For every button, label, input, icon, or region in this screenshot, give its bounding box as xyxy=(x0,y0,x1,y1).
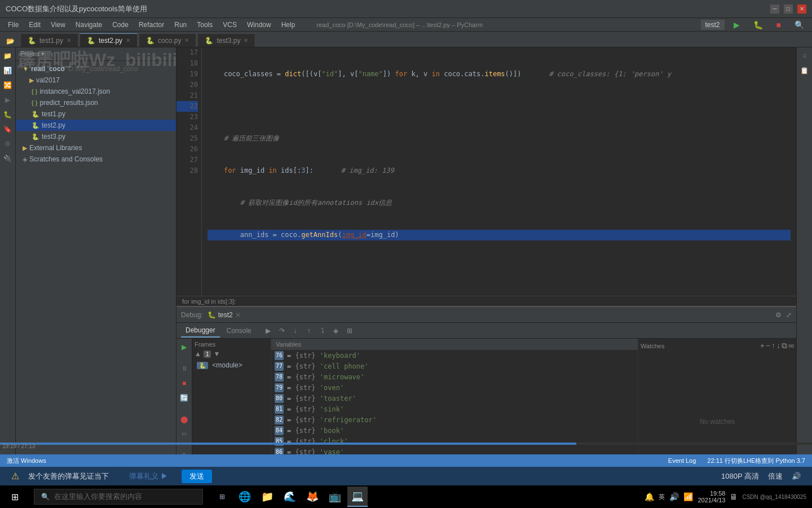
ide-app[interactable]: 💻 xyxy=(347,487,368,507)
send-button[interactable]: 发送 xyxy=(182,470,212,483)
step-out-btn[interactable]: ↑ xyxy=(303,325,315,336)
menu-navigate[interactable]: Navigate xyxy=(71,20,107,30)
var-content: = {str} 'toaster' xyxy=(287,395,356,402)
bookmark-icon[interactable]: 🔖 xyxy=(2,123,14,135)
frame-module-item[interactable]: 🐍 <module> xyxy=(195,360,268,370)
taskview-app[interactable]: ⊞ xyxy=(212,487,232,507)
search-button[interactable]: 🔍 xyxy=(790,19,809,30)
code-line-23 xyxy=(208,262,791,273)
browser3-app[interactable]: 🦊 xyxy=(302,487,323,507)
tab-close[interactable]: ✕ xyxy=(67,37,71,43)
variable-row: 76 = {str} 'keyboard' xyxy=(271,350,638,361)
copy-watch-btn[interactable]: ⧉ xyxy=(782,341,787,351)
tree-test1py[interactable]: 🐍 test1.py xyxy=(16,108,176,120)
edit-debug-icon[interactable]: ✏ xyxy=(178,428,191,440)
tab-close[interactable]: ✕ xyxy=(184,37,189,43)
debug-expand-icon[interactable]: ⤢ xyxy=(786,311,792,319)
menu-help[interactable]: Help xyxy=(277,20,300,30)
menu-edit[interactable]: Edit xyxy=(24,20,45,30)
menu-view[interactable]: View xyxy=(46,20,70,30)
infinity-watch-btn[interactable]: ∞ xyxy=(788,341,794,351)
module-label: <module> xyxy=(212,361,242,369)
debugger-tab[interactable]: Debugger xyxy=(181,324,220,338)
search-container[interactable]: 🔍 在这里输入你要搜索的内容 xyxy=(34,489,203,505)
tab-test3py[interactable]: 🐍 test3.py ✕ xyxy=(197,33,255,47)
remove-watch-btn[interactable]: − xyxy=(766,341,770,351)
debug-icon[interactable]: 🐛 xyxy=(2,108,14,121)
git-icon[interactable]: 🔀 xyxy=(2,79,14,91)
menu-refactor[interactable]: Refactor xyxy=(134,20,169,30)
pause-debug-icon[interactable]: ⏸ xyxy=(178,362,191,375)
grid-btn[interactable]: ⊞ xyxy=(344,325,355,336)
run-button[interactable]: ▶ xyxy=(729,19,744,30)
action-center-icon[interactable]: 🖥 xyxy=(730,492,738,501)
resume-btn[interactable]: ▶ xyxy=(263,325,274,336)
tab-close[interactable]: ✕ xyxy=(244,37,248,43)
evaluate-btn[interactable]: ◈ xyxy=(330,325,342,336)
run-cursor-btn[interactable]: ⤵ xyxy=(317,325,328,336)
volume-icon[interactable]: 🔊 xyxy=(792,472,801,480)
run-icon[interactable]: ▶ xyxy=(2,94,14,106)
tab-test1py[interactable]: 🐍 test1.py ✕ xyxy=(20,33,78,47)
tab-cocopy[interactable]: 🐍 coco.py ✕ xyxy=(139,33,196,47)
console-tab[interactable]: Console xyxy=(222,325,256,337)
structure-icon[interactable]: 📊 xyxy=(2,64,14,77)
frame-up-btn[interactable]: ▲ xyxy=(195,350,201,358)
code-editor[interactable]: 17 18 19 20 21 22 23 24 25 26 27 28 xyxy=(176,47,796,296)
event-log-btn[interactable]: Event Log xyxy=(668,457,696,464)
tab-name: test2.py xyxy=(99,37,122,45)
minimize-button[interactable]: ─ xyxy=(770,5,779,14)
debug-run-button[interactable]: 🐛 xyxy=(749,19,767,30)
menu-vcs[interactable]: VCS xyxy=(218,20,241,30)
step-into-btn[interactable]: ↓ xyxy=(290,325,301,336)
up-watch-btn[interactable]: ↑ xyxy=(771,341,775,351)
down-watch-btn[interactable]: ↓ xyxy=(776,341,780,351)
browser2-app[interactable]: 🌊 xyxy=(280,487,300,507)
tree-scratches[interactable]: ◈ Scratches and Consoles xyxy=(16,154,176,165)
video-app[interactable]: 📺 xyxy=(325,487,345,507)
resume-debug-icon[interactable]: ▶ xyxy=(178,341,191,353)
tree-predict-json[interactable]: { } predict_results.json xyxy=(16,97,176,108)
tree-instances-json[interactable]: { } instances_val2017.json xyxy=(16,86,176,97)
menu-code[interactable]: Code xyxy=(108,20,133,30)
edge-app[interactable]: 🌐 xyxy=(235,487,255,507)
right-icon-2[interactable]: 📋 xyxy=(798,64,811,77)
maximize-button[interactable]: □ xyxy=(784,5,793,14)
notification-icon[interactable]: 🔔 xyxy=(645,492,654,501)
debug-settings-icon[interactable]: ⚙ xyxy=(775,311,782,319)
tree-val2017[interactable]: ▶ val2017 xyxy=(16,75,176,86)
left-sidebar-icon[interactable]: 📂 xyxy=(5,36,16,47)
tree-external-libs[interactable]: ▶ External Libraries xyxy=(16,142,176,154)
close-button[interactable]: ✕ xyxy=(797,5,806,14)
menu-file[interactable]: File xyxy=(3,20,23,30)
right-icon-strip: ≡ 📋 xyxy=(796,47,812,508)
volume-indicator[interactable]: 🔊 xyxy=(669,492,679,501)
network-indicator[interactable]: 📶 xyxy=(683,492,693,501)
file-tree[interactable]: ▼ read_coco D:\My_code\read_coco ▶ val20… xyxy=(16,61,176,508)
tab-close[interactable]: ✕ xyxy=(126,37,130,43)
tree-test2py[interactable]: 🐍 test2.py xyxy=(16,120,176,131)
settings-icon[interactable]: ⚙ xyxy=(2,138,14,150)
explorer-app[interactable]: 📁 xyxy=(257,487,277,507)
menu-window[interactable]: Window xyxy=(242,20,276,30)
progress-track[interactable]: 19:19 / 27:13 xyxy=(0,443,812,445)
debug-tab-close[interactable]: ✕ xyxy=(235,311,241,319)
project-icon[interactable]: 📁 xyxy=(2,50,14,62)
tab-test2py[interactable]: 🐍 test2.py ✕ xyxy=(80,33,138,47)
menu-tools[interactable]: Tools xyxy=(192,20,217,30)
stop-debug-icon[interactable]: ■ xyxy=(178,377,191,389)
step-over-btn[interactable]: ↷ xyxy=(276,325,288,336)
rerun-debug-icon[interactable]: 🔄 xyxy=(178,392,191,404)
menu-run[interactable]: Run xyxy=(170,20,191,30)
stop-button[interactable]: ■ xyxy=(772,19,785,30)
breakpoint-debug-icon[interactable]: ⬤ xyxy=(178,413,191,426)
speed-label: 倍速 xyxy=(768,471,783,481)
add-watch-btn[interactable]: + xyxy=(760,341,765,351)
start-button[interactable]: ⊞ xyxy=(5,487,25,507)
tree-root[interactable]: ▼ read_coco D:\My_code\read_coco xyxy=(16,63,176,75)
tree-test3py[interactable]: 🐍 test3.py xyxy=(16,131,176,142)
frame-down-btn[interactable]: ▼ xyxy=(213,350,220,358)
right-icon-1[interactable]: ≡ xyxy=(798,50,811,62)
tab-name: test1.py xyxy=(39,37,63,45)
plugins-icon[interactable]: 🔌 xyxy=(2,152,14,165)
